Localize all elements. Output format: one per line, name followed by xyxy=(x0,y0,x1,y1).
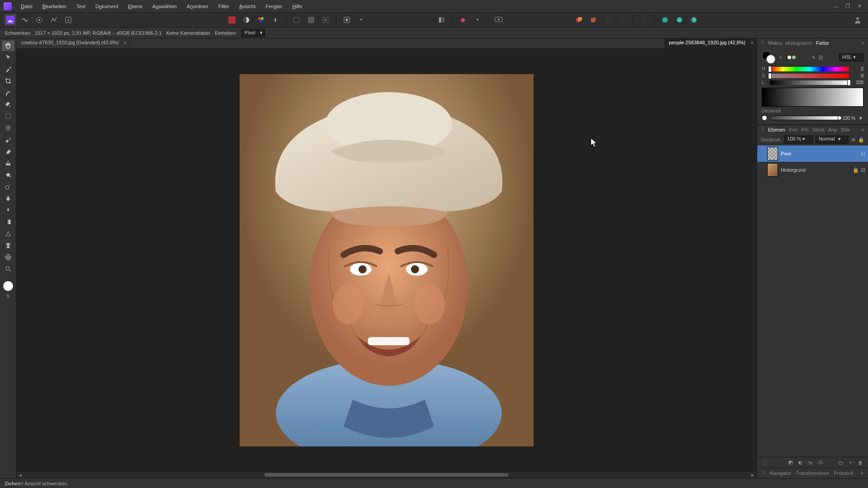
hue-value[interactable]: 0 xyxy=(852,66,863,71)
color-mode-select[interactable]: HSL▾ xyxy=(839,53,863,61)
layer-item-1[interactable]: Hintergrund 🔒☑ xyxy=(757,162,868,178)
clone-tool[interactable] xyxy=(2,158,14,169)
tab-anp[interactable]: Anp xyxy=(828,127,837,132)
opacity-dropdown-icon[interactable]: ▾ xyxy=(858,115,863,121)
delete-layer-icon[interactable]: 🗑 xyxy=(856,459,864,467)
tab-stock[interactable]: Stock xyxy=(812,127,825,132)
grip-icon[interactable]: ⠿ xyxy=(761,127,764,132)
quickmask-dropdown-icon[interactable] xyxy=(355,14,367,26)
color-preview[interactable] xyxy=(762,88,863,107)
panel-menu-icon[interactable]: ≡ xyxy=(861,470,863,476)
menu-ebene[interactable]: Ebene xyxy=(123,2,147,11)
panel-menu-icon[interactable]: ≡ xyxy=(862,40,864,46)
selection-brush-tool[interactable] xyxy=(2,87,14,98)
paint-brush-tool[interactable] xyxy=(2,134,14,145)
tab-kan[interactable]: Kan xyxy=(789,127,798,132)
window-maximize-button[interactable]: ❐ xyxy=(843,1,853,11)
move-tool[interactable] xyxy=(2,52,14,63)
healing-tool[interactable] xyxy=(2,122,14,133)
liquify-persona-icon[interactable] xyxy=(19,14,31,26)
close-icon[interactable]: × xyxy=(750,40,754,46)
arrange-front-icon[interactable] xyxy=(573,14,585,26)
close-icon[interactable]: × xyxy=(123,40,127,46)
fill-tool[interactable] xyxy=(2,169,14,180)
tab-ebenen[interactable]: Ebenen xyxy=(768,127,785,132)
zoom-tool[interactable] xyxy=(2,263,14,274)
lig-slider[interactable] xyxy=(770,80,849,85)
adjustment-icon[interactable]: ◐ xyxy=(797,459,805,467)
layer-visible-icon[interactable]: ☑ xyxy=(861,167,865,173)
text-tool[interactable] xyxy=(2,240,14,251)
layer-opacity-select[interactable]: 100 % ▾ xyxy=(784,136,813,144)
noise-toggle-icon[interactable] xyxy=(762,115,767,121)
sat-value[interactable]: 0 xyxy=(852,73,863,78)
crop-tool[interactable] xyxy=(2,75,14,86)
layer-fx-icon[interactable]: ✲ xyxy=(851,137,855,143)
layer-lock-icon[interactable]: 🔒 xyxy=(853,167,859,173)
menu-fenster[interactable]: Fenster xyxy=(261,2,287,11)
opacity-value[interactable]: 100 % xyxy=(843,116,855,121)
mask-icon[interactable]: ◩ xyxy=(787,459,795,467)
group-icon[interactable]: 🗀 xyxy=(836,459,844,467)
eyedropper-icon[interactable]: ✎ xyxy=(811,55,816,61)
tab-pin[interactable]: Pin xyxy=(802,127,809,132)
autolevels-icon[interactable] xyxy=(255,14,267,26)
arrange-back-icon[interactable] xyxy=(588,14,599,26)
edit-layers-icon[interactable]: ⬚ xyxy=(761,459,769,467)
tab-makro[interactable]: Makro xyxy=(768,40,782,46)
tab-1[interactable]: people-2583848_1920.jpg (42,8%)× xyxy=(665,38,757,48)
tab-farbe[interactable]: Farbe xyxy=(816,40,829,46)
grip-icon[interactable]: ⠿ xyxy=(762,470,765,476)
selection-add-icon[interactable] xyxy=(305,14,317,26)
menu-filter[interactable]: Filter xyxy=(214,2,234,11)
sat-slider[interactable] xyxy=(770,74,849,78)
marquee-tool[interactable] xyxy=(2,111,14,122)
swap-colors-icon[interactable]: ⇅ xyxy=(6,293,10,299)
tone-map-persona-icon[interactable] xyxy=(48,14,60,26)
autocolor-icon[interactable] xyxy=(226,14,238,26)
tab-transform[interactable]: Transformieren xyxy=(796,470,829,476)
sync-1-icon[interactable] xyxy=(659,14,671,26)
color-picker-tool[interactable] xyxy=(2,64,14,75)
erase-tool[interactable] xyxy=(2,146,14,157)
layer-lock-icon[interactable]: 🔒 xyxy=(858,137,864,143)
autocontrast-icon[interactable] xyxy=(241,14,252,26)
menu-text[interactable]: Text xyxy=(72,2,90,11)
menu-bearbeiten[interactable]: Bearbeiten xyxy=(38,2,71,11)
opacity-slider[interactable] xyxy=(770,116,840,120)
tab-0[interactable]: cowboy-67630_1920.jpg [Geändert] (42,8%)… xyxy=(16,38,130,48)
units-select[interactable]: Pixel ▾ xyxy=(241,29,265,37)
export-persona-icon[interactable] xyxy=(62,14,74,26)
tab-protokoll[interactable]: Protokoll xyxy=(834,470,853,476)
menu-anordnen[interactable]: Anordnen xyxy=(182,2,213,11)
blend-mode-select[interactable]: Normal ▾ xyxy=(816,136,849,144)
mesh-tool[interactable] xyxy=(2,252,14,263)
hue-slider[interactable] xyxy=(770,67,849,71)
assistant-dropdown-icon[interactable] xyxy=(472,14,483,26)
menu-datei[interactable]: Datei xyxy=(16,2,37,11)
photo-persona-icon[interactable] xyxy=(5,14,16,26)
arrange-3-icon[interactable]: ▢ xyxy=(602,14,614,26)
pan-tool[interactable] xyxy=(2,40,14,51)
panel-menu-icon[interactable]: ≡ xyxy=(862,127,864,132)
account-icon[interactable] xyxy=(852,14,863,26)
menu-ansicht[interactable]: Ansicht xyxy=(235,2,260,11)
window-minimize-button[interactable]: — xyxy=(831,1,841,11)
dodge-tool[interactable] xyxy=(2,181,14,192)
pen-tool[interactable] xyxy=(2,193,14,204)
selection-new-icon[interactable] xyxy=(291,14,302,26)
smudge-tool[interactable] xyxy=(2,205,14,216)
snapping-icon[interactable]: ⬚ xyxy=(638,14,650,26)
selection-subtract-icon[interactable] xyxy=(320,14,331,26)
fx-icon[interactable]: fx xyxy=(807,459,815,467)
develop-persona-icon[interactable] xyxy=(33,14,45,26)
menu-hilfe[interactable]: Hilfe xyxy=(288,2,307,11)
layer-visible-icon[interactable]: ☑ xyxy=(861,151,865,157)
layer-item-0[interactable]: Pixel ☑ xyxy=(757,145,868,162)
toggle-ui-icon[interactable] xyxy=(436,14,448,26)
swap-swatch-icon[interactable]: ⤭ xyxy=(778,55,782,61)
color-swatch[interactable] xyxy=(3,281,14,291)
tab-histogramm[interactable]: Histogramm xyxy=(786,40,812,46)
link-colors-icon[interactable]: ⛓ xyxy=(818,55,823,60)
tab-navigator[interactable]: Navigator xyxy=(770,470,791,476)
